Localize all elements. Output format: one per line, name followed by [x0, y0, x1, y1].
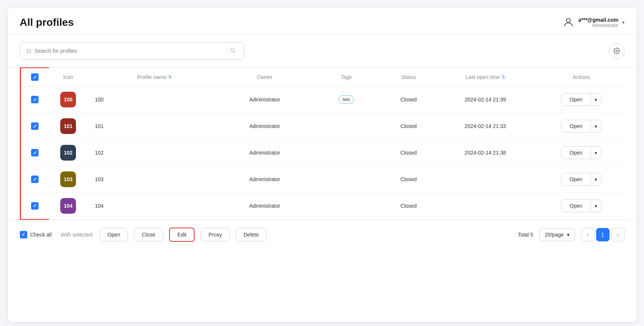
header: All profiles a***@gmail.com Administrato… — [8, 7, 637, 35]
row-owner: Administrator — [222, 113, 308, 140]
action-dropdown-5[interactable]: ▾ — [591, 200, 601, 212]
open-button-1[interactable]: Open — [561, 94, 591, 106]
tag-badge: test — [339, 95, 354, 104]
row-profile-name: 104 — [87, 193, 222, 219]
th-checkbox: ✓ — [20, 68, 49, 86]
action-group: Open ▾ — [561, 120, 601, 132]
row-owner: Administrator — [222, 166, 308, 193]
open-button-4[interactable]: Open — [561, 173, 591, 185]
open-button-5[interactable]: Open — [561, 200, 591, 212]
page-size-select[interactable]: 20/page ▾ — [539, 228, 575, 241]
row-checkbox-3[interactable]: ✓ — [31, 149, 39, 156]
action-group: Open ▾ — [561, 173, 601, 186]
row-last-open — [433, 166, 538, 193]
table-row: ✓ 101 101 Administrator Closed 2024-02-1… — [20, 113, 625, 140]
chevron-down-icon: ▾ — [622, 20, 625, 25]
row-checkbox-cell: ✓ — [20, 193, 49, 219]
user-icon — [562, 16, 574, 28]
profile-icon-badge: 101 — [60, 118, 76, 134]
profile-icon-badge: 102 — [60, 145, 76, 161]
action-dropdown-3[interactable]: ▾ — [591, 147, 601, 159]
page-size-chevron: ▾ — [567, 232, 570, 238]
th-icon: Icon — [49, 68, 88, 86]
row-actions: Open ▾ — [538, 166, 625, 193]
total-label: Total 5 — [518, 232, 533, 238]
app-container: All profiles a***@gmail.com Administrato… — [8, 7, 637, 322]
user-role: Administrator — [578, 23, 618, 28]
row-checkbox-cell: ✓ — [20, 140, 49, 166]
settings-icon — [613, 48, 620, 54]
row-status: Closed — [385, 140, 433, 166]
row-icon-cell: 102 — [49, 140, 88, 166]
row-profile-name: 101 — [87, 113, 222, 140]
table-section: ✓ Icon Profile name ⇅ Owner — [8, 67, 637, 220]
th-profile-name: Profile name ⇅ — [87, 68, 222, 86]
th-owner: Owner — [222, 68, 308, 86]
pagination: ‹ 1 › — [581, 228, 625, 241]
row-status: Closed — [385, 166, 433, 193]
search-section: ⊟ — [8, 35, 637, 67]
footer-close-button[interactable]: Close — [134, 228, 163, 241]
action-group: Open ▾ — [561, 93, 601, 106]
row-checkbox-2[interactable]: ✓ — [31, 122, 39, 130]
row-profile-name: 103 — [87, 166, 222, 193]
svg-point-3 — [616, 50, 617, 52]
row-status: Closed — [385, 86, 433, 113]
prev-page-button[interactable]: ‹ — [581, 228, 595, 241]
row-tags — [308, 166, 385, 193]
footer-edit-button[interactable]: Edit — [169, 228, 195, 242]
profile-icon-badge: 103 — [60, 171, 76, 187]
table-row: ✓ 102 102 Administrator Closed 2024-02-1… — [20, 140, 625, 166]
open-button-3[interactable]: Open — [561, 147, 591, 159]
check-all-checkbox[interactable]: ✓ — [20, 231, 27, 238]
row-last-open: 2024-02-14 21:38 — [433, 140, 538, 166]
user-info[interactable]: a***@gmail.com Administrator ▾ — [562, 16, 624, 28]
row-checkbox-cell: ✓ — [20, 86, 49, 113]
row-checkbox-1[interactable]: ✓ — [31, 96, 39, 103]
th-last-open: Last open time ⇅ — [433, 68, 538, 86]
profile-icon-badge: 104 — [60, 198, 76, 214]
footer-delete-button[interactable]: Delete — [236, 228, 266, 241]
table-row: ✓ 104 104 Administrator Closed Open ▾ — [20, 193, 625, 219]
table-row: ✓ 103 103 Administrator Closed Open ▾ — [20, 166, 625, 193]
filter-icon: ⊟ — [26, 48, 31, 55]
page-1-button[interactable]: 1 — [596, 228, 610, 241]
profile-name-sort-icon[interactable]: ⇅ — [168, 74, 172, 80]
search-bar: ⊟ — [20, 42, 244, 60]
search-button[interactable] — [227, 46, 238, 55]
user-email: a***@gmail.com — [578, 17, 618, 23]
open-button-2[interactable]: Open — [561, 120, 591, 132]
svg-point-0 — [567, 18, 571, 22]
row-last-open: 2024-02-14 21:33 — [433, 113, 538, 140]
action-dropdown-1[interactable]: ▾ — [591, 94, 601, 106]
footer-proxy-button[interactable]: Proxy — [201, 228, 230, 241]
row-status: Closed — [385, 113, 433, 140]
row-status: Closed — [385, 193, 433, 219]
settings-button[interactable] — [609, 43, 625, 59]
action-dropdown-2[interactable]: ▾ — [591, 120, 601, 132]
th-status: Status — [385, 68, 433, 86]
select-all-checkbox[interactable]: ✓ — [31, 73, 39, 81]
page-size-value: 20/page — [545, 232, 564, 238]
search-input[interactable] — [35, 48, 222, 54]
action-group: Open ▾ — [561, 199, 601, 212]
next-page-button[interactable]: › — [611, 228, 625, 241]
action-dropdown-4[interactable]: ▾ — [591, 173, 601, 185]
footer-bar: ✓ Check all With selected: Open Close Ed… — [8, 220, 637, 249]
row-icon-cell: 103 — [49, 166, 88, 193]
row-icon-cell: 101 — [49, 113, 88, 140]
footer-open-button[interactable]: Open — [100, 228, 128, 241]
search-icon — [230, 47, 236, 53]
row-owner: Administrator — [222, 193, 308, 219]
svg-point-1 — [231, 48, 234, 52]
row-checkbox-5[interactable]: ✓ — [31, 202, 39, 210]
th-tags: Tags — [308, 68, 385, 86]
last-open-sort-icon[interactable]: ⇅ — [501, 74, 505, 80]
row-checkbox-4[interactable]: ✓ — [31, 176, 39, 183]
row-owner: Administrator — [222, 140, 308, 166]
footer-check-all: ✓ Check all — [20, 231, 52, 238]
row-actions: Open ▾ — [538, 113, 625, 140]
table-row: ✓ 100 100 Administrator test Closed 2024… — [20, 86, 625, 113]
action-group: Open ▾ — [561, 146, 601, 159]
row-actions: Open ▾ — [538, 86, 625, 113]
